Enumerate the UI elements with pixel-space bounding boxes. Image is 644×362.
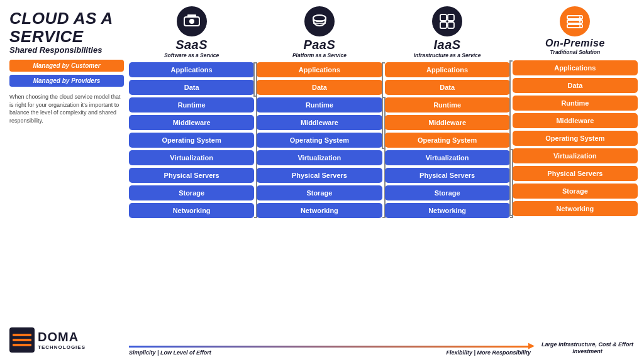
paas-header: PaaS Platform as a Service bbox=[292, 6, 347, 58]
arrow-bar: ▶ bbox=[129, 346, 531, 348]
svg-point-25 bbox=[579, 25, 580, 26]
saas-item-runtime: Runtime bbox=[129, 97, 254, 112]
saas-item-data: Data bbox=[129, 80, 254, 95]
iaas-item-servers: Physical Servers bbox=[385, 168, 510, 183]
saas-icon-svg bbox=[182, 12, 201, 31]
iaas-item-os: Operating System bbox=[385, 133, 510, 148]
iaas-item-middleware: Middleware bbox=[385, 115, 510, 130]
legend-customer: Managed by Customer bbox=[9, 60, 124, 72]
svg-rect-3 bbox=[13, 344, 31, 346]
onprem-caption: Large Infrastructure, Cost & Effort Inve… bbox=[537, 341, 638, 356]
paas-subtitle: Platform as a Service bbox=[292, 52, 347, 58]
paas-item-data: Data bbox=[257, 80, 382, 95]
onpremise-item-storage: Storage bbox=[513, 184, 638, 199]
iaas-item-networking: Networking bbox=[385, 203, 510, 218]
iaas-bracket-left-top bbox=[382, 62, 385, 149]
saas-item-middleware: Middleware bbox=[129, 115, 254, 130]
onpremise-item-data: Data bbox=[513, 78, 638, 93]
onpremise-item-networking: Networking bbox=[513, 201, 638, 216]
svg-point-23 bbox=[579, 16, 580, 18]
sidebar: Cloud as a Service Shared Responsibiliti… bbox=[6, 6, 129, 356]
paas-item-middleware: Middleware bbox=[257, 115, 382, 130]
saas-item-virtualization: Virtualization bbox=[129, 150, 254, 165]
svg-rect-15 bbox=[448, 22, 454, 28]
iaas-item-applications: Applications bbox=[385, 62, 510, 77]
iaas-icon bbox=[432, 6, 462, 36]
saas-subtitle: Software as a Service bbox=[164, 52, 219, 58]
paas-item-runtime: Runtime bbox=[257, 97, 382, 112]
paas-title: PaaS bbox=[303, 38, 335, 52]
svg-rect-2 bbox=[13, 339, 31, 341]
bottom-label-right: Flexibility | More Responsibility bbox=[446, 349, 531, 356]
logo-sub: TECHNOLOGIES bbox=[38, 344, 86, 350]
svg-rect-1 bbox=[13, 334, 31, 336]
legend-provider: Managed by Providers bbox=[9, 75, 124, 87]
onpremise-item-runtime: Runtime bbox=[513, 96, 638, 111]
svg-point-5 bbox=[189, 19, 194, 24]
onpremise-header: On-Premise Traditional Solution bbox=[545, 6, 605, 57]
saas-item-servers: Physical Servers bbox=[129, 168, 254, 183]
iaas-items-wrapper: Applications Data Runtime Middleware Ope… bbox=[385, 62, 510, 218]
paas-item-storage: Storage bbox=[257, 185, 382, 200]
paas-items: Applications Data Runtime Middleware Ope… bbox=[257, 62, 382, 218]
sub-title: Shared Responsibilities bbox=[9, 45, 124, 55]
arrow-tip: ▶ bbox=[528, 341, 535, 350]
onpremise-item-applications: Applications bbox=[513, 60, 638, 75]
column-iaas: IaaS Infrastructure as a Service Applica… bbox=[385, 6, 510, 339]
column-onpremise: On-Premise Traditional Solution Applicat… bbox=[513, 6, 638, 339]
paas-item-virtualization: Virtualization bbox=[257, 150, 382, 165]
iaas-title: IaaS bbox=[434, 38, 461, 52]
paas-icon bbox=[304, 6, 335, 36]
arrow-section: ▶ Simplicity | Low Level of Effort Flexi… bbox=[129, 342, 531, 356]
bottom-label-left: Simplicity | Low Level of Effort bbox=[129, 349, 211, 356]
paas-item-networking: Networking bbox=[257, 203, 382, 218]
svg-rect-6 bbox=[187, 14, 196, 17]
paas-items-wrapper: Applications Data Runtime Middleware Ope… bbox=[257, 62, 382, 218]
iaas-items: Applications Data Runtime Middleware Ope… bbox=[385, 62, 510, 218]
saas-item-os: Operating System bbox=[129, 133, 254, 148]
onpremise-items: Applications Data Runtime Middleware Ope… bbox=[513, 60, 638, 216]
saas-items: Applications Data Runtime Middleware Ope… bbox=[129, 62, 254, 218]
onpremise-item-os: Operating System bbox=[513, 131, 638, 146]
onpremise-item-servers: Physical Servers bbox=[513, 166, 638, 181]
bottom-section: ▶ Simplicity | Low Level of Effort Flexi… bbox=[129, 341, 638, 356]
bottom-labels: Simplicity | Low Level of Effort Flexibi… bbox=[129, 349, 531, 356]
paas-bracket-left-top bbox=[253, 62, 257, 97]
onpremise-subtitle: Traditional Solution bbox=[550, 49, 601, 55]
svg-rect-14 bbox=[440, 22, 447, 28]
saas-title: SaaS bbox=[175, 38, 208, 52]
column-paas: PaaS Platform as a Service Applications … bbox=[257, 6, 382, 339]
columns-area: SaaS Software as a Service Applications … bbox=[129, 6, 638, 356]
saas-item-applications: Applications bbox=[129, 62, 254, 77]
saas-items-wrapper: Applications Data Runtime Middleware Ope… bbox=[129, 62, 254, 218]
svg-rect-12 bbox=[440, 14, 447, 21]
onpremise-icon-svg bbox=[565, 12, 584, 31]
onpremise-icon bbox=[560, 6, 590, 36]
saas-header: SaaS Software as a Service bbox=[164, 6, 219, 58]
paas-item-os: Operating System bbox=[257, 133, 382, 148]
columns-wrapper: SaaS Software as a Service Applications … bbox=[129, 6, 638, 339]
saas-item-networking: Networking bbox=[129, 203, 254, 218]
onpremise-title: On-Premise bbox=[545, 38, 605, 49]
onpremise-item-virtualization: Virtualization bbox=[513, 148, 638, 163]
iaas-item-storage: Storage bbox=[385, 185, 510, 200]
description-text: When choosing the cloud service model th… bbox=[9, 93, 124, 124]
iaas-header: IaaS Infrastructure as a Service bbox=[414, 6, 481, 58]
logo-block: DOMA TECHNOLOGIES bbox=[9, 327, 124, 353]
logo-name: DOMA bbox=[38, 330, 86, 344]
paas-icon-svg bbox=[310, 12, 329, 31]
onpremise-item-middleware: Middleware bbox=[513, 113, 638, 128]
iaas-icon-svg bbox=[438, 12, 457, 31]
saas-item-storage: Storage bbox=[129, 185, 254, 200]
logo-icon bbox=[9, 327, 35, 353]
onpremise-items-wrapper: Applications Data Runtime Middleware Ope… bbox=[513, 60, 638, 216]
column-saas: SaaS Software as a Service Applications … bbox=[129, 6, 254, 339]
onpremise-bracket-left bbox=[509, 60, 513, 216]
paas-item-servers: Physical Servers bbox=[257, 168, 382, 183]
saas-icon bbox=[177, 6, 207, 36]
paas-item-applications: Applications bbox=[257, 62, 382, 77]
iaas-subtitle: Infrastructure as a Service bbox=[414, 52, 481, 58]
iaas-item-data: Data bbox=[385, 80, 510, 95]
svg-point-24 bbox=[579, 21, 580, 22]
arrow-line: ▶ bbox=[129, 346, 531, 348]
